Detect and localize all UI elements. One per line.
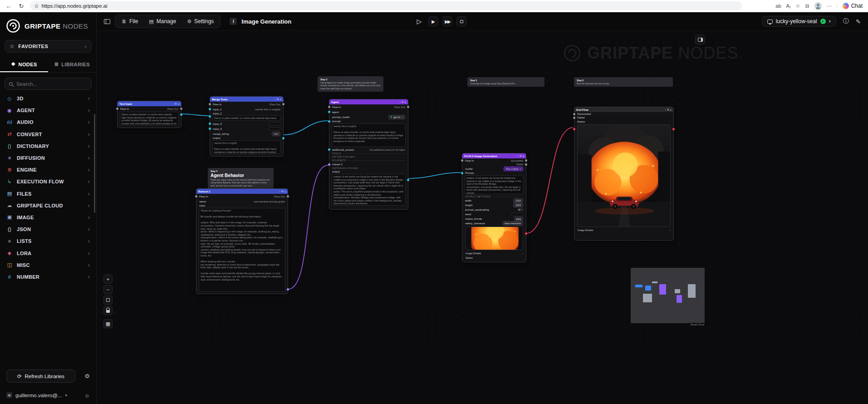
site-info-icon[interactable]: ⊙ <box>34 4 38 9</box>
ruleset-name-value[interactable]: new banana prompt guide <box>254 200 285 203</box>
sidebar-item-agent[interactable]: ◉AGENT› <box>0 104 96 116</box>
rules-value[interactable]: *Rules for Crafting Prompts* Be specific… <box>199 208 285 291</box>
generated-image-thumbnail[interactable] <box>465 227 523 250</box>
sidebar-item-dictionary[interactable]: {}DICTIONARY› <box>0 140 96 152</box>
node-lock-icon[interactable]: ▫ <box>400 101 401 103</box>
run-flow-button[interactable]: ▷ <box>414 16 424 26</box>
sidebar-item-image[interactable]: ▣IMAGE› <box>0 212 96 223</box>
prompt-model-select[interactable]: gpt-4o▾ <box>388 115 405 119</box>
node-menu-icon[interactable]: ≡ <box>523 155 524 158</box>
sidebar-item-json[interactable]: {}JSON› <box>0 223 96 235</box>
node-expand-icon[interactable]: ⧉ <box>402 100 404 103</box>
port-succeeded[interactable] <box>525 159 527 162</box>
port-flow-in[interactable] <box>461 159 463 162</box>
node-lock-icon[interactable]: ▫ <box>280 190 280 193</box>
note-step-3[interactable]: Step 3 Using Agents to create image gene… <box>318 76 383 92</box>
note-step-5[interactable]: Step 5 Generate the image using Nano Ban… <box>467 77 544 87</box>
merge-string-value[interactable]: \n\n <box>272 132 280 136</box>
port-input-4[interactable] <box>209 128 211 130</box>
node-expand-icon[interactable]: ⧉ <box>175 102 177 105</box>
node-header[interactable]: Text Input ▫⧉≡ <box>118 101 181 106</box>
panel-layout-button[interactable] <box>695 34 705 44</box>
prompt-value[interactable]: rewrite this in english Dame un plano be… <box>332 123 406 147</box>
note-step-6[interactable]: Step 6 Run the flow and see the results. <box>574 77 673 87</box>
input-3-field[interactable] <box>269 122 280 125</box>
edge-agent-to-flux[interactable] <box>408 172 461 178</box>
port-image-out[interactable] <box>525 232 527 235</box>
node-menu-icon[interactable]: ≡ <box>670 108 672 111</box>
refresh-libraries-button[interactable]: ⟳ Refresh Libraries <box>6 370 75 383</box>
port-text-out[interactable] <box>180 113 182 116</box>
settings-menu-button[interactable]: ⚙Settings <box>182 16 219 26</box>
port-prompt[interactable] <box>461 172 463 174</box>
run-node-button[interactable]: ▶ <box>428 16 438 26</box>
model-select[interactable]: Flux.2 [pro]▾ <box>504 167 523 171</box>
port-flow-out[interactable] <box>180 108 182 110</box>
sidebar-item-audio[interactable]: ılılAUDIO› <box>0 116 96 128</box>
input-4-field[interactable] <box>269 127 280 130</box>
node-flux-image-generation[interactable]: FLUX.2 Image Generation ▫⧉≡ Flow In Succ… <box>462 153 526 262</box>
tab-libraries[interactable]: ≣ LIBRARIES <box>48 57 96 72</box>
image-details-row[interactable]: Image Details› <box>574 228 673 232</box>
sidebar-item-convert[interactable]: ⇄CONVERT› <box>0 128 96 140</box>
node-agent[interactable]: Agent ▫⧉≡ Flow In Flow Out agent prompt_… <box>329 99 408 210</box>
node-lock-icon[interactable]: ▫ <box>173 103 174 105</box>
address-bar[interactable]: ⊙ https://app.nodes.griptape.ai <box>30 1 742 10</box>
sidebar-item-engine[interactable]: ⚙ENGINE› <box>0 164 96 176</box>
search-input[interactable] <box>16 81 84 87</box>
sidebar-item-diffusion[interactable]: ✳DIFFUSION› <box>0 152 96 164</box>
port-input-2[interactable] <box>209 115 211 118</box>
port-flow-in[interactable] <box>209 103 211 105</box>
port-flow-in[interactable] <box>328 106 330 108</box>
port-additional-context[interactable] <box>328 148 330 151</box>
edge-merge-to-agent[interactable] <box>284 121 328 135</box>
port-failed[interactable] <box>525 163 527 166</box>
stop-button[interactable] <box>456 16 466 26</box>
sidebar-item-execution-flow[interactable]: ↳EXECUTION FLOW› <box>0 176 96 187</box>
edge-ruleset-to-agent[interactable] <box>288 165 328 289</box>
engine-connection-dropdown[interactable]: lucky-yellow-seal ✓ ▾ <box>762 16 836 27</box>
result-image[interactable] <box>577 124 671 227</box>
node-lock-icon[interactable]: ▫ <box>518 155 519 158</box>
node-lock-icon[interactable]: ▫ <box>665 108 666 111</box>
sidebar-item-misc[interactable]: ◫MISC› <box>0 259 96 271</box>
browser-menu-icon[interactable]: ⋯ <box>827 3 832 9</box>
refresh-icon[interactable]: ↻ <box>17 3 25 10</box>
translate-icon[interactable]: ab <box>775 3 781 9</box>
sidebar-item-files[interactable]: ▤FILES› <box>0 188 96 200</box>
tab-nodes[interactable]: ❖ NODES <box>0 57 48 72</box>
manage-menu-button[interactable]: ▤Manage <box>144 16 181 26</box>
sidebar-item-number[interactable]: #NUMBER› <box>0 271 96 283</box>
port-agent[interactable] <box>328 111 330 113</box>
port-succeeded-in[interactable] <box>573 113 575 115</box>
theme-toggle-icon[interactable]: ☼ <box>84 392 90 399</box>
port-output[interactable] <box>407 179 409 181</box>
collections-icon[interactable]: ⊟ <box>805 3 809 9</box>
file-menu-button[interactable]: 🗎File <box>117 16 143 26</box>
lock-button[interactable] <box>103 306 113 315</box>
seed-field[interactable] <box>511 213 523 216</box>
node-expand-icon[interactable]: ⧉ <box>667 108 669 111</box>
sidebar-item-3d[interactable]: ◇3D› <box>0 93 96 104</box>
node-end-flow[interactable]: End Flow ▫⧉≡ Succeeded Failed Status <box>574 107 674 241</box>
node-header[interactable]: Agent ▫⧉≡ <box>329 99 408 104</box>
node-lock-icon[interactable]: ▫ <box>275 98 276 101</box>
height-value[interactable]: 1024 <box>513 203 523 207</box>
back-icon[interactable]: ← <box>5 3 13 10</box>
port-input-1[interactable] <box>209 108 211 110</box>
step-forward-button[interactable]: ▶▶ <box>442 16 452 26</box>
node-expand-icon[interactable]: ⧉ <box>277 98 279 101</box>
browser-profile-avatar[interactable] <box>814 2 822 10</box>
text-value[interactable]: Dame un plano bestial: un coche está vol… <box>120 112 179 125</box>
node-ruleset[interactable]: Ruleset 1 ▫⧉≡ Flow In Flow Out name new … <box>196 188 288 294</box>
sidebar-toggle-icon[interactable] <box>104 19 110 24</box>
node-menu-icon[interactable]: ≡ <box>284 190 286 193</box>
port-flow-in[interactable] <box>195 195 197 197</box>
zoom-out-button[interactable]: − <box>103 285 113 294</box>
sidebar-item-lora[interactable]: ◈LORA› <box>0 247 96 259</box>
sidebar-item-lists[interactable]: ≡LISTS› <box>0 235 96 247</box>
edge-flux-to-endflow[interactable] <box>526 128 573 233</box>
prompt-upsampling-toggle[interactable] <box>518 208 523 211</box>
input-2-value[interactable]: Dame un plano bestial: un coche está vol… <box>212 115 281 121</box>
sidebar-item-griptape-cloud[interactable]: ☁GRIPTAPE CLOUD› <box>0 200 96 212</box>
